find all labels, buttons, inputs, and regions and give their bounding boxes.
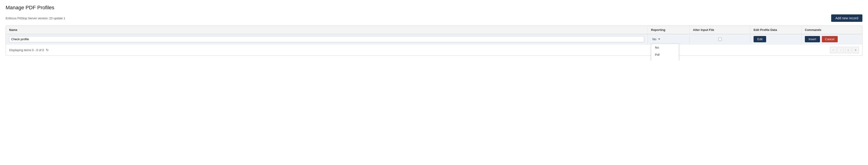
col-alter-input: Alter Input File	[690, 26, 750, 34]
col-reporting: Reporting	[648, 26, 690, 34]
page-title: Manage PDF Profiles	[6, 5, 862, 11]
version-row: Enfocus PitStop Server version: 23 updat…	[6, 14, 862, 22]
table-row: No No Pdf Pdf And Xml Edit Insert Cancel	[6, 34, 862, 44]
dropdown-option-no[interactable]: No	[651, 44, 679, 51]
table-header: Name Reporting Alter Input File Edit Pro…	[6, 26, 862, 34]
commands-buttons: Insert Cancel	[805, 36, 859, 42]
chevron-down-icon	[658, 39, 660, 40]
reporting-value: No	[652, 37, 656, 41]
name-input[interactable]	[9, 36, 644, 42]
reporting-dropdown-menu: No Pdf Pdf And Xml	[651, 44, 679, 60]
commands-cell: Insert Cancel	[802, 34, 862, 44]
next-page-button[interactable]: ›	[845, 47, 851, 53]
last-page-button[interactable]: »	[852, 47, 859, 53]
add-new-record-button[interactable]: Add new record	[831, 14, 862, 22]
prev-page-button[interactable]: ‹	[837, 47, 844, 53]
col-edit-profile: Edit Profile Data	[750, 26, 802, 34]
first-page-button[interactable]: «	[830, 47, 837, 53]
name-cell	[6, 34, 648, 44]
dropdown-option-pdf[interactable]: Pdf	[651, 51, 679, 58]
version-label: Enfocus PitStop Server version: 23 updat…	[6, 16, 65, 20]
insert-button[interactable]: Insert	[805, 36, 820, 42]
cancel-button[interactable]: Cancel	[822, 36, 838, 42]
col-commands: Commands	[802, 26, 862, 34]
footer-row: Displaying items 0 - 0 of 0 ↻ « ‹ › »	[6, 44, 862, 55]
alter-input-cell	[690, 36, 750, 43]
display-count-text: Displaying items 0 - 0 of 0	[9, 48, 44, 52]
alter-input-checkbox[interactable]	[718, 38, 722, 41]
col-name: Name	[6, 26, 648, 34]
edit-button[interactable]: Edit	[753, 36, 766, 42]
pdf-profiles-table: Name Reporting Alter Input File Edit Pro…	[6, 26, 862, 56]
dropdown-option-pdf-and-xml[interactable]: Pdf And Xml	[651, 58, 679, 60]
reporting-cell: No No Pdf Pdf And Xml	[648, 35, 690, 44]
edit-profile-cell: Edit	[750, 34, 802, 44]
reporting-dropdown-trigger[interactable]: No	[651, 37, 661, 42]
pagination: « ‹ › »	[830, 47, 859, 53]
footer-left: Displaying items 0 - 0 of 0 ↻	[9, 48, 49, 52]
refresh-icon[interactable]: ↻	[46, 48, 49, 52]
